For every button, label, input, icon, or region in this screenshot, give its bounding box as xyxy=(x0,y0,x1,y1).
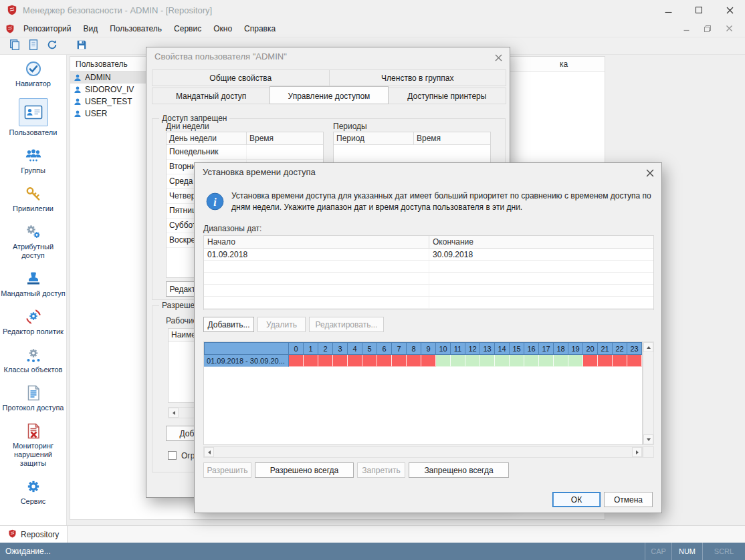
scroll-left-icon[interactable] xyxy=(169,408,179,418)
scroll-up-icon[interactable] xyxy=(643,342,653,352)
hour-allowed-cell[interactable] xyxy=(554,355,568,367)
allow-button[interactable]: Разрешить xyxy=(203,462,251,478)
weekday-column-header[interactable]: День недели xyxy=(167,132,247,144)
hour-allowed-cell[interactable] xyxy=(568,355,583,367)
sidebar-item[interactable]: Мандатный доступ xyxy=(1,270,66,298)
add-range-button[interactable]: Добавить... xyxy=(203,317,254,332)
allow-always-button[interactable]: Разрешено всегда xyxy=(255,462,354,478)
hour-header-cell[interactable]: 16 xyxy=(524,342,539,355)
maximize-button[interactable] xyxy=(683,0,714,20)
hour-header-cell[interactable]: 9 xyxy=(421,342,436,355)
hour-allowed-cell[interactable] xyxy=(465,355,480,367)
menu-item[interactable]: Сервис xyxy=(168,21,207,36)
sidebar-item[interactable]: Сервис xyxy=(1,478,66,506)
user-list-row[interactable]: USER xyxy=(70,108,146,120)
hour-denied-cell[interactable] xyxy=(362,355,377,367)
minimize-button[interactable] xyxy=(653,0,683,20)
scroll-right-icon[interactable] xyxy=(632,447,642,457)
hour-header-cell[interactable]: 8 xyxy=(407,342,421,355)
hour-header-cell[interactable]: 13 xyxy=(480,342,495,355)
close-icon[interactable] xyxy=(645,168,655,178)
hour-header-cell[interactable]: 0 xyxy=(289,342,304,355)
copy-button[interactable] xyxy=(5,38,24,54)
tab[interactable]: Общие свойства xyxy=(152,69,330,86)
date-range-row[interactable]: 01.09.201830.09.2018 xyxy=(204,249,653,261)
hour-header-cell[interactable]: 20 xyxy=(583,342,598,355)
hour-denied-cell[interactable] xyxy=(348,355,362,367)
menu-item[interactable]: Вид xyxy=(78,21,104,36)
cancel-button[interactable]: Отмена xyxy=(604,492,653,507)
tab[interactable]: Членство в группах xyxy=(329,69,507,86)
repository-tab[interactable]: Repository xyxy=(0,526,68,543)
tab[interactable]: Мандатный доступ xyxy=(152,88,270,104)
user-list-row[interactable]: USER_TEST xyxy=(70,96,146,108)
close-button[interactable] xyxy=(714,0,745,20)
period-column-header[interactable]: Период xyxy=(334,132,414,144)
refresh-button[interactable] xyxy=(43,38,62,54)
hour-denied-cell[interactable] xyxy=(377,355,392,367)
hour-allowed-cell[interactable] xyxy=(524,355,539,367)
user-list-row[interactable]: ADMIN xyxy=(70,72,146,84)
user-column-header[interactable]: Пользователь xyxy=(76,59,128,69)
hour-denied-cell[interactable] xyxy=(421,355,436,367)
sidebar-item[interactable]: Группы xyxy=(1,147,66,175)
hour-header-cell[interactable]: 7 xyxy=(392,342,407,355)
scroll-down-icon[interactable] xyxy=(643,434,653,444)
hour-header-cell[interactable]: 3 xyxy=(333,342,348,355)
hour-denied-cell[interactable] xyxy=(613,355,627,367)
sidebar-item[interactable]: Классы объектов xyxy=(1,346,66,374)
hour-header-cell[interactable]: 14 xyxy=(495,342,510,355)
deny-always-button[interactable]: Запрещено всегда xyxy=(409,462,509,478)
sidebar-item[interactable]: Привилегии xyxy=(1,185,66,213)
mdi-minimize-button[interactable] xyxy=(678,22,694,35)
hour-denied-cell[interactable] xyxy=(318,355,333,367)
hour-header-cell[interactable]: 18 xyxy=(554,342,568,355)
hour-allowed-cell[interactable] xyxy=(539,355,554,367)
mdi-restore-button[interactable] xyxy=(700,22,716,35)
mdi-close-button[interactable] xyxy=(721,22,737,35)
time-column-header[interactable]: Время xyxy=(247,132,323,144)
hour-denied-cell[interactable] xyxy=(598,355,613,367)
hour-allowed-cell[interactable] xyxy=(480,355,495,367)
hour-allowed-cell[interactable] xyxy=(510,355,524,367)
sidebar-item[interactable]: Мониторинг нарушений защиты xyxy=(1,422,66,468)
start-column-header[interactable]: Начало xyxy=(204,236,429,248)
hour-header-cell[interactable]: 19 xyxy=(568,342,583,355)
menu-item[interactable]: Справка xyxy=(238,21,282,36)
time-column-header[interactable]: Время xyxy=(414,132,490,144)
sidebar-item[interactable]: Атрибутный доступ xyxy=(1,223,66,260)
menu-item[interactable]: Репозиторий xyxy=(17,21,78,36)
hour-allowed-cell[interactable] xyxy=(451,355,465,367)
sidebar-item[interactable]: Пользователи xyxy=(1,98,66,137)
scroll-left-icon[interactable] xyxy=(204,447,214,457)
hour-denied-cell[interactable] xyxy=(407,355,421,367)
tab[interactable]: Доступные принтеры xyxy=(388,88,506,104)
hour-header-cell[interactable]: 23 xyxy=(627,342,642,355)
grid-corner-cell[interactable] xyxy=(204,342,289,355)
hour-header-cell[interactable]: 2 xyxy=(318,342,333,355)
ok-button[interactable]: ОК xyxy=(552,492,601,507)
hour-header-cell[interactable]: 15 xyxy=(510,342,524,355)
hour-denied-cell[interactable] xyxy=(583,355,598,367)
close-icon[interactable] xyxy=(494,53,503,62)
hour-denied-cell[interactable] xyxy=(289,355,304,367)
sidebar-item[interactable]: Протокол доступа xyxy=(1,384,66,412)
sidebar-item[interactable]: Редактор политик xyxy=(1,308,66,336)
horizontal-scrollbar[interactable] xyxy=(203,446,643,458)
deny-button[interactable]: Запретить xyxy=(357,462,405,478)
partial-column-header[interactable]: ка xyxy=(560,59,568,69)
hour-header-cell[interactable]: 11 xyxy=(451,342,465,355)
hour-allowed-cell[interactable] xyxy=(495,355,510,367)
limit-checkbox[interactable] xyxy=(168,451,177,460)
hour-header-cell[interactable]: 10 xyxy=(436,342,451,355)
delete-range-button[interactable]: Удалить xyxy=(257,317,306,332)
grid-row-label[interactable]: 01.09.2018 - 30.09.20... xyxy=(204,355,289,367)
hour-header-cell[interactable]: 5 xyxy=(362,342,377,355)
hour-header-cell[interactable]: 12 xyxy=(465,342,480,355)
hour-denied-cell[interactable] xyxy=(304,355,318,367)
end-column-header[interactable]: Окончание xyxy=(429,236,653,248)
sidebar-item[interactable]: Навигатор xyxy=(1,60,66,88)
hour-denied-cell[interactable] xyxy=(333,355,348,367)
hour-denied-cell[interactable] xyxy=(392,355,407,367)
hour-allowed-cell[interactable] xyxy=(436,355,451,367)
